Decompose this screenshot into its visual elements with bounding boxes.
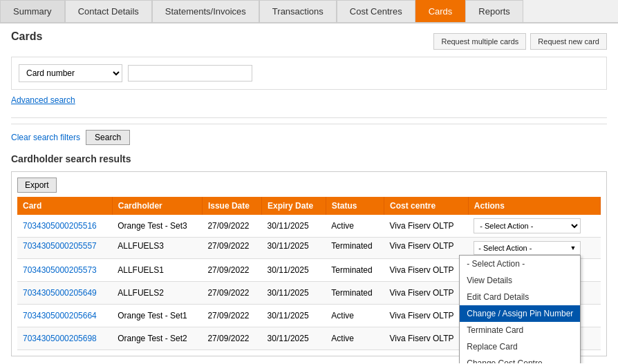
cost-centre-cell: Viva Fiserv OLTP [384, 327, 469, 350]
card-link[interactable]: 7034305000205649 [23, 288, 97, 298]
card-link[interactable]: 7034305000205557 [23, 241, 97, 251]
cardholder-cell: Orange Test - Set3 [112, 215, 202, 238]
col-header-issue-date: Issue Date [202, 197, 261, 215]
dropdown-menu-item[interactable]: Change Cost Centre [460, 355, 580, 363]
issue-date-cell: 27/09/2022 [202, 215, 261, 238]
col-header-cardholder: Cardholder [112, 197, 202, 215]
cardholder-cell: Orange Test - Set2 [112, 327, 202, 350]
action-dropdown-menu: - Select Action -View DetailsEdit Card D… [459, 255, 581, 363]
dropdown-menu-item[interactable]: Replace Card [460, 338, 580, 355]
status-cell: Active [326, 215, 384, 238]
dropdown-menu-item[interactable]: View Details [460, 272, 580, 289]
clear-search-filters-button[interactable]: Clear search filters [11, 133, 80, 142]
tab-reports[interactable]: Reports [465, 0, 523, 22]
tab-cost-centres[interactable]: Cost Centres [337, 0, 415, 22]
cardholder-cell: ALLFUELS1 [112, 259, 202, 282]
tab-summary[interactable]: Summary [0, 0, 65, 22]
tab-cards[interactable]: Cards [415, 0, 466, 22]
search-button[interactable]: Search [86, 130, 130, 145]
expiry-date-cell: 30/11/2025 [262, 238, 326, 259]
col-header-expiry-date: Expiry Date [262, 197, 326, 215]
col-header-cost-centre: Cost centre [384, 197, 469, 215]
status-cell: Terminated [326, 259, 384, 282]
status-cell: Terminated [326, 282, 384, 305]
status-cell: Active [326, 327, 384, 350]
advanced-search-link[interactable]: Advanced search [11, 95, 75, 105]
issue-date-cell: 27/09/2022 [202, 259, 261, 282]
col-header-actions: Actions [468, 197, 600, 215]
cost-centre-cell: Viva Fiserv OLTP [384, 238, 469, 259]
cost-centre-cell: Viva Fiserv OLTP [384, 259, 469, 282]
status-cell: Active [326, 305, 384, 327]
actions-cell: - Select Action -▼- Select Action -View … [468, 238, 600, 259]
col-header-card: Card [17, 197, 112, 215]
status-cell: Terminated [326, 238, 384, 259]
issue-date-cell: 27/09/2022 [202, 305, 261, 327]
cardholder-cell: ALLFUELS2 [112, 282, 202, 305]
cost-centre-cell: Viva Fiserv OLTP [384, 305, 469, 327]
dropdown-menu-item[interactable]: Edit Card Details [460, 289, 580, 305]
table-row: 7034305000205557ALLFUELS327/09/202230/11… [17, 238, 601, 259]
card-link[interactable]: 7034305000205573 [23, 265, 97, 275]
card-link[interactable]: 7034305000205664 [23, 311, 97, 320]
search-area: Card numberCardholder nameStatus [11, 57, 607, 90]
dropdown-menu-item[interactable]: - Select Action - [460, 256, 580, 272]
expiry-date-cell: 30/11/2025 [262, 327, 326, 350]
search-dropdown[interactable]: Card numberCardholder nameStatus [19, 64, 122, 82]
tab-statements-invoices[interactable]: Statements/Invoices [152, 0, 259, 22]
table-row: 7034305000205516Orange Test - Set327/09/… [17, 215, 601, 238]
expiry-date-cell: 30/11/2025 [262, 305, 326, 327]
expiry-date-cell: 30/11/2025 [262, 282, 326, 305]
issue-date-cell: 27/09/2022 [202, 327, 261, 350]
results-title: Cardholder search results [11, 153, 607, 164]
col-header-status: Status [326, 197, 384, 215]
expiry-date-cell: 30/11/2025 [262, 215, 326, 238]
issue-date-cell: 27/09/2022 [202, 238, 261, 259]
tab-bar: Summary Contact Details Statements/Invoi… [0, 0, 618, 23]
filter-actions: Clear search filters Search [11, 124, 607, 145]
card-link[interactable]: 7034305000205516 [23, 221, 97, 231]
action-select-button[interactable]: - Select Action -▼ [474, 241, 581, 255]
dropdown-menu-item[interactable]: Change / Assign Pin Number [460, 305, 580, 322]
tab-transactions[interactable]: Transactions [259, 0, 337, 22]
export-button[interactable]: Export [17, 178, 57, 193]
tab-contact-details[interactable]: Contact Details [65, 0, 152, 22]
issue-date-cell: 27/09/2022 [202, 282, 261, 305]
search-input[interactable] [128, 65, 252, 82]
card-link[interactable]: 7034305000205698 [23, 334, 97, 343]
cost-centre-cell: Viva Fiserv OLTP [384, 215, 469, 238]
cardholder-cell: ALLFUELS3 [112, 238, 202, 259]
cardholder-cell: Orange Test - Set1 [112, 305, 202, 327]
dropdown-menu-item[interactable]: Terminate Card [460, 322, 580, 338]
actions-cell: - Select Action - [468, 215, 600, 238]
cost-centre-cell: Viva Fiserv OLTP [384, 282, 469, 305]
request-new-card-button[interactable]: Request new card [530, 33, 607, 50]
action-select[interactable]: - Select Action - [474, 218, 581, 233]
request-multiple-cards-button[interactable]: Request multiple cards [433, 33, 526, 50]
expiry-date-cell: 30/11/2025 [262, 259, 326, 282]
results-table: Card Cardholder Issue Date Expiry Date S… [17, 197, 601, 350]
